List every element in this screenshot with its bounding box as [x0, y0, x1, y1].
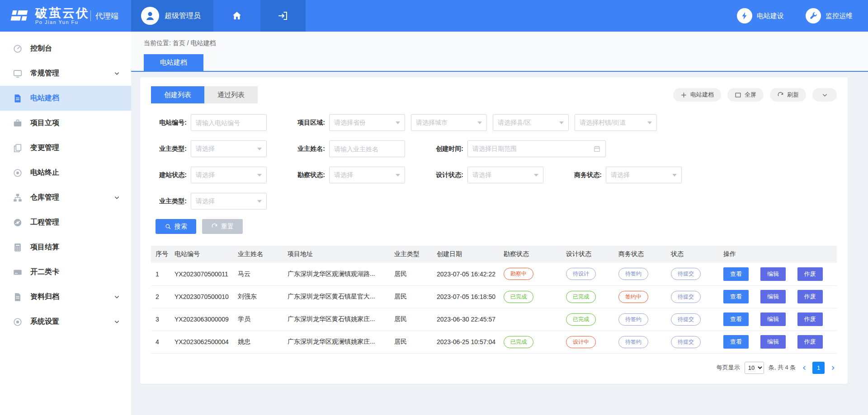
edit-button[interactable]: 编辑	[760, 290, 786, 303]
top-bar: 破茧云伏 Po Jian Yun Fu 代理端 超级管理员 电站建设 监控运维	[0, 0, 868, 32]
pagination: 每页显示 10 条, 共 4 条 ‹ 1 ›	[151, 362, 837, 374]
edit-button[interactable]: 编辑	[760, 312, 786, 326]
document-icon	[13, 93, 23, 103]
logo-area: 破茧云伏 Po Jian Yun Fu 代理端	[0, 0, 131, 32]
table-row: 1 YX2023070500011 马云 广东深圳龙华区观澜镇观湖路... 居民…	[151, 263, 837, 285]
sidebar-item-station-filing[interactable]: 电站建档	[0, 86, 131, 111]
date-range-picker[interactable]: 请选择日期范围	[467, 140, 606, 157]
logout-button[interactable]	[260, 0, 306, 32]
cell-station-no: YX2023070500011	[170, 263, 233, 285]
void-button[interactable]: 作废	[797, 290, 823, 303]
reset-label: 重置	[221, 223, 234, 231]
chevron-down-icon	[113, 318, 120, 325]
tab-create-list[interactable]: 创建列表	[151, 86, 204, 103]
target-icon	[13, 168, 23, 178]
prev-page-icon[interactable]: ‹	[800, 363, 808, 373]
chevron-down-icon	[113, 70, 120, 77]
cell-date: 2023-06-25 10:57:04	[432, 331, 499, 353]
sidebar-item-label: 资料归档	[30, 292, 59, 302]
business-status-badge: 待签约	[618, 336, 648, 348]
file-icon	[13, 292, 23, 302]
survey-status-select[interactable]: 请选择	[329, 167, 405, 183]
status-badge: 待提交	[671, 336, 701, 348]
user-block[interactable]: 超级管理员	[131, 0, 213, 32]
sidebar-item-station-termination[interactable]: 电站终止	[0, 160, 131, 185]
refresh-label: 刷新	[787, 91, 799, 99]
wrench-icon	[806, 8, 821, 23]
sidebar-item-system-settings[interactable]: 系统设置	[0, 309, 131, 334]
design-status-select[interactable]: 请选择	[467, 167, 543, 183]
survey-status-label: 勘察状态:	[289, 171, 329, 179]
city-select[interactable]: 请选择城市	[411, 114, 487, 131]
per-page-select[interactable]: 10	[745, 362, 764, 374]
col-header: 电站编号	[170, 246, 233, 263]
fullscreen-icon	[735, 92, 741, 98]
fullscreen-button[interactable]: 全屏	[727, 88, 764, 102]
void-button[interactable]: 作废	[797, 312, 823, 326]
edit-button[interactable]: 编辑	[760, 335, 786, 349]
list-tabs: 创建列表 通过列表	[151, 86, 258, 103]
caret-down-icon	[257, 174, 262, 177]
cell-station-no: YX2023062500004	[170, 331, 233, 353]
nav-monitor-ops[interactable]: 监控运维	[806, 8, 853, 23]
station-no-input[interactable]	[191, 114, 267, 131]
sidebar-item-console[interactable]: 控制台	[0, 36, 131, 61]
search-button[interactable]: 搜索	[156, 219, 196, 234]
plus-icon	[680, 92, 687, 98]
nav-station-construction[interactable]: 电站建设	[737, 8, 784, 23]
sidebar-item-general-mgmt[interactable]: 常规管理	[0, 61, 131, 86]
province-select[interactable]: 请选择省份	[329, 114, 405, 131]
next-page-icon[interactable]: ›	[829, 363, 837, 373]
view-button[interactable]: 查看	[723, 312, 749, 326]
sidebar-item-data-archive[interactable]: 资料归档	[0, 284, 131, 309]
col-header: 商务状态	[614, 246, 666, 263]
build-status-select[interactable]: 请选择	[191, 167, 267, 183]
page-number-active[interactable]: 1	[812, 362, 825, 374]
business-status-select[interactable]: 请选择	[606, 167, 682, 183]
cell-date: 2023-07-05 16:18:50	[432, 285, 499, 308]
void-button[interactable]: 作废	[797, 335, 823, 349]
create-station-button[interactable]: 电站建档	[673, 88, 721, 102]
owner-name-input[interactable]	[329, 140, 405, 157]
tab-passed-list[interactable]: 通过列表	[204, 86, 258, 103]
sidebar-item-warehouse-mgmt[interactable]: 仓库管理	[0, 185, 131, 210]
col-header: 操作	[719, 246, 837, 263]
view-button[interactable]: 查看	[723, 267, 749, 281]
sidebar-item-engineering-mgmt[interactable]: 工程管理	[0, 210, 131, 235]
portal-label-wrap: 代理端	[90, 10, 123, 21]
card-icon	[13, 267, 23, 277]
design-status-badge: 设计中	[566, 336, 596, 348]
sidebar-item-change-mgmt[interactable]: 变更管理	[0, 135, 131, 160]
owner-type-select[interactable]: 请选择	[191, 140, 267, 157]
main-content: 当前位置: 首页 / 电站建档 电站建档 创建列表 通过列表 电站建档	[131, 32, 868, 415]
cell-no: 4	[151, 331, 170, 353]
owner-type2-select[interactable]: 请选择	[191, 193, 267, 210]
edit-button[interactable]: 编辑	[760, 267, 786, 281]
town-select[interactable]: 请选择村镇/街道	[575, 114, 657, 131]
view-button[interactable]: 查看	[723, 335, 749, 349]
sidebar-item-label: 开二类卡	[30, 267, 59, 277]
view-button[interactable]: 查看	[723, 290, 749, 303]
refresh-button[interactable]: 刷新	[770, 88, 806, 102]
collapse-button[interactable]	[812, 88, 837, 102]
sidebar-item-label: 仓库管理	[30, 193, 59, 202]
void-button[interactable]: 作废	[797, 267, 823, 281]
calculator-icon	[13, 242, 23, 252]
col-header: 勘察状态	[499, 246, 561, 263]
page-tab-station-filing[interactable]: 电站建档	[144, 54, 203, 71]
owner-type-label: 业主类型:	[151, 145, 191, 153]
build-status-label: 建站状态:	[151, 171, 191, 179]
status-badge: 待提交	[671, 268, 701, 280]
sidebar-item-project-approval[interactable]: 项目立项	[0, 111, 131, 135]
sidebar-item-type2-card[interactable]: 开二类卡	[0, 260, 131, 284]
reset-button[interactable]: 重置	[202, 219, 243, 234]
home-button[interactable]	[213, 0, 260, 32]
cell-owner-type: 居民	[390, 308, 432, 331]
cell-address: 广东深圳龙华区观澜镇观湖路...	[283, 263, 390, 285]
county-select[interactable]: 请选择县/区	[493, 114, 569, 131]
cell-station-no: YX2023070500010	[170, 285, 233, 308]
cell-owner: 学员	[233, 308, 283, 331]
caret-down-icon	[477, 121, 482, 124]
sidebar: 控制台 常规管理 电站建档 项目立项 变更管理 电站终止 仓库管理	[0, 32, 131, 415]
sidebar-item-project-settlement[interactable]: 项目结算	[0, 235, 131, 260]
